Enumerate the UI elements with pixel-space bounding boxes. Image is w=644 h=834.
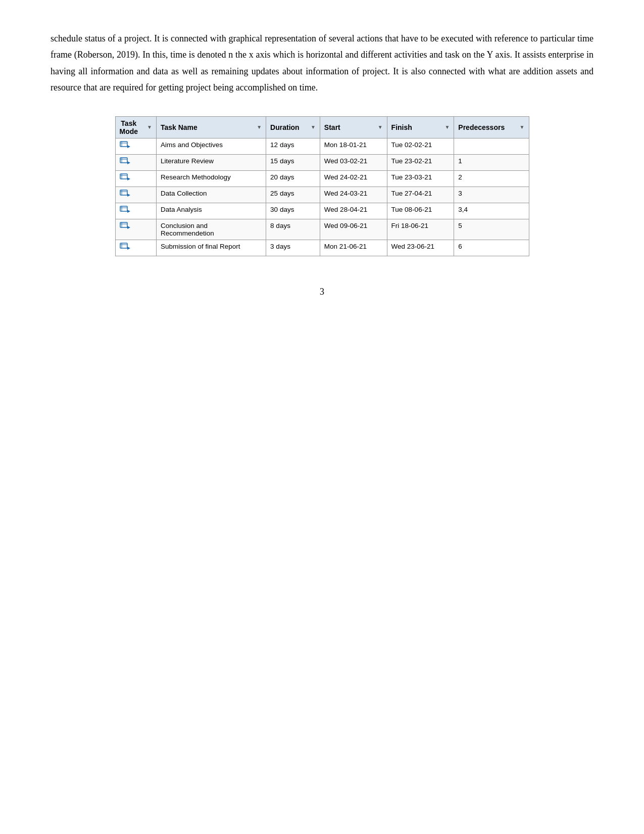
task-mode-icon: [120, 222, 131, 233]
table-row: Conclusion and Recommendetion8 daysWed 0…: [115, 219, 529, 240]
finish-dropdown-icon[interactable]: ▼: [444, 124, 450, 130]
cell-predecessors: 2: [454, 170, 529, 187]
table-body: Aims and Objectives12 daysMon 18-01-21Tu…: [115, 138, 529, 256]
col-header-task-name[interactable]: Task Name ▼: [156, 116, 266, 138]
task-mode-icon: [120, 173, 131, 184]
start-dropdown-icon[interactable]: ▼: [378, 124, 383, 130]
col-header-predecessors[interactable]: Predecessors ▼: [454, 116, 529, 138]
task-mode-icon: [120, 157, 131, 168]
cell-start: Mon 21-06-21: [320, 240, 387, 256]
col-header-duration[interactable]: Duration ▼: [266, 116, 320, 138]
task-name-dropdown-icon[interactable]: ▼: [257, 124, 262, 130]
svg-rect-12: [120, 206, 127, 211]
cell-finish: Fri 18-06-21: [387, 219, 454, 240]
cell-predecessors: 3,4: [454, 203, 529, 219]
task-mode-icon: [120, 243, 131, 253]
col-header-task-name-label: Task Name: [161, 123, 197, 131]
svg-rect-6: [120, 174, 127, 179]
task-mode-icon: [120, 141, 131, 152]
cell-task-mode: [115, 187, 156, 203]
cell-task-name: Submission of final Report: [156, 240, 266, 256]
project-schedule-table: TaskMode ▼ Task Name ▼ Duration ▼: [115, 116, 529, 256]
page-number: 3: [51, 287, 593, 297]
table-row: Research Methodology20 daysWed 24-02-21T…: [115, 170, 529, 187]
cell-predecessors: [454, 138, 529, 154]
cell-duration: 8 days: [266, 219, 320, 240]
col-header-predecessors-label: Predecessors: [458, 123, 505, 131]
cell-duration: 20 days: [266, 170, 320, 187]
duration-dropdown-icon[interactable]: ▼: [311, 124, 316, 130]
cell-task-name: Data Analysis: [156, 203, 266, 219]
task-mode-icon: [120, 206, 131, 216]
cell-start: Wed 09-06-21: [320, 219, 387, 240]
gantt-table-container: TaskMode ▼ Task Name ▼ Duration ▼: [51, 116, 593, 256]
table-row: Literature Review15 daysWed 03-02-21Tue …: [115, 154, 529, 170]
svg-rect-0: [120, 142, 127, 147]
cell-task-name: Research Methodology: [156, 170, 266, 187]
cell-finish: Tue 23-03-21: [387, 170, 454, 187]
cell-task-mode: [115, 219, 156, 240]
col-header-finish[interactable]: Finish ▼: [387, 116, 454, 138]
col-header-task-mode-label: TaskMode: [120, 119, 138, 135]
svg-rect-18: [120, 243, 127, 248]
cell-predecessors: 1: [454, 154, 529, 170]
table-row: Data Analysis30 daysWed 28-04-21Tue 08-0…: [115, 203, 529, 219]
cell-duration: 25 days: [266, 187, 320, 203]
col-header-finish-label: Finish: [391, 123, 412, 131]
cell-start: Wed 28-04-21: [320, 203, 387, 219]
cell-task-mode: [115, 154, 156, 170]
cell-duration: 12 days: [266, 138, 320, 154]
cell-predecessors: 3: [454, 187, 529, 203]
cell-task-name: Data Collection: [156, 187, 266, 203]
table-row: Submission of final Report3 daysMon 21-0…: [115, 240, 529, 256]
col-header-start[interactable]: Start ▼: [320, 116, 387, 138]
col-header-task-mode[interactable]: TaskMode ▼: [115, 116, 156, 138]
table-header-row: TaskMode ▼ Task Name ▼ Duration ▼: [115, 116, 529, 138]
col-header-start-label: Start: [324, 123, 340, 131]
svg-rect-9: [120, 190, 127, 195]
cell-start: Mon 18-01-21: [320, 138, 387, 154]
cell-task-mode: [115, 203, 156, 219]
cell-finish: Tue 27-04-21: [387, 187, 454, 203]
cell-task-mode: [115, 170, 156, 187]
table-row: Aims and Objectives12 daysMon 18-01-21Tu…: [115, 138, 529, 154]
cell-duration: 15 days: [266, 154, 320, 170]
predecessors-dropdown-icon[interactable]: ▼: [520, 124, 525, 130]
cell-duration: 3 days: [266, 240, 320, 256]
task-mode-dropdown-icon[interactable]: ▼: [147, 124, 152, 130]
cell-duration: 30 days: [266, 203, 320, 219]
cell-task-mode: [115, 240, 156, 256]
cell-finish: Wed 23-06-21: [387, 240, 454, 256]
cell-predecessors: 6: [454, 240, 529, 256]
table-row: Data Collection25 daysWed 24-03-21Tue 27…: [115, 187, 529, 203]
col-header-duration-label: Duration: [270, 123, 300, 131]
body-paragraph: schedule status of a project. It is conn…: [51, 30, 593, 96]
svg-rect-3: [120, 158, 127, 163]
cell-finish: Tue 02-02-21: [387, 138, 454, 154]
svg-rect-15: [120, 222, 127, 227]
cell-start: Wed 03-02-21: [320, 154, 387, 170]
cell-task-mode: [115, 138, 156, 154]
cell-finish: Tue 08-06-21: [387, 203, 454, 219]
cell-task-name: Literature Review: [156, 154, 266, 170]
cell-start: Wed 24-02-21: [320, 170, 387, 187]
cell-predecessors: 5: [454, 219, 529, 240]
cell-task-name: Conclusion and Recommendetion: [156, 219, 266, 240]
cell-start: Wed 24-03-21: [320, 187, 387, 203]
cell-finish: Tue 23-02-21: [387, 154, 454, 170]
task-mode-icon: [120, 190, 131, 200]
cell-task-name: Aims and Objectives: [156, 138, 266, 154]
